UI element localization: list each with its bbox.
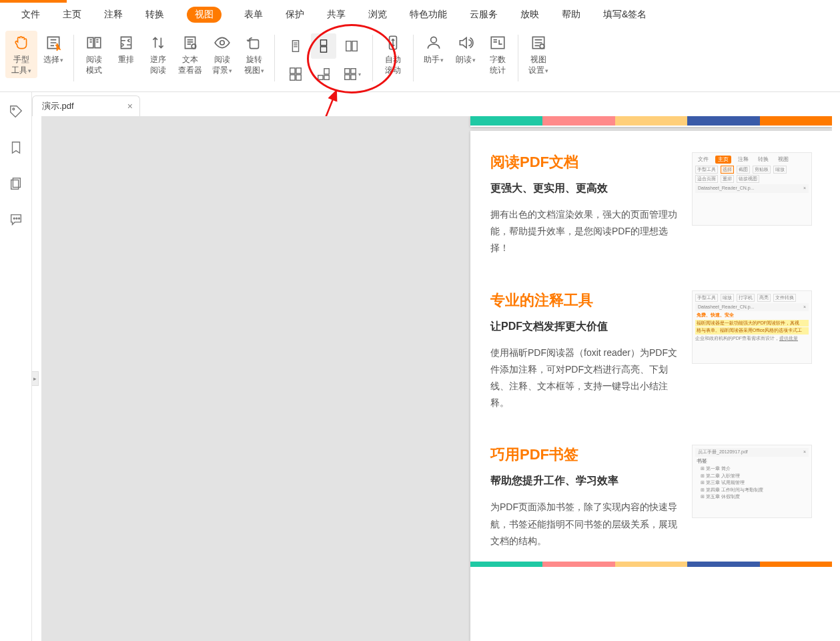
section-body: 拥有出色的文档渲染效果，强大的页面管理功能，帮助提升效率，是您阅读PDF的理想选…	[490, 206, 680, 257]
document-viewport[interactable]: 阅读PDF文档 更强大、更实用、更高效 拥有出色的文档渲染效果，强大的页面管理功…	[41, 116, 832, 641]
svg-point-25	[12, 108, 14, 110]
reverse-icon	[149, 33, 167, 52]
read-bg-button[interactable]: 阅读背景	[206, 31, 238, 78]
menu-form[interactable]: 表单	[244, 9, 263, 21]
scroll-icon	[384, 33, 402, 52]
expand-sidebar-handle[interactable]: ▸	[32, 371, 39, 386]
tab-bar: 演示.pdf ×	[32, 92, 140, 116]
settings-icon	[529, 33, 548, 52]
word-count-button[interactable]: 字数统计	[482, 31, 514, 78]
svg-rect-2	[250, 40, 259, 49]
menu-home[interactable]: 主页	[63, 9, 81, 21]
section-subtitle: 帮助您提升工作、学习效率	[490, 474, 680, 488]
layout-continuous-button[interactable]	[311, 33, 336, 59]
svg-rect-6	[346, 41, 351, 51]
tag-icon[interactable]	[9, 104, 23, 119]
svg-point-29	[16, 218, 17, 219]
section-subtitle: 让PDF文档发挥更大价值	[490, 320, 680, 334]
menu-bar: 文件 主页 注释 转换 视图 表单 保护 共享 浏览 特色功能 云服务 放映 帮…	[0, 3, 840, 27]
svg-rect-18	[350, 75, 355, 79]
layout-facing-button[interactable]	[339, 33, 364, 59]
menu-cloud[interactable]: 云服务	[470, 9, 498, 21]
menu-browse[interactable]: 浏览	[368, 9, 387, 21]
bookmark-icon[interactable]	[9, 140, 23, 155]
menu-features[interactable]: 特色功能	[410, 9, 447, 21]
svg-point-28	[13, 218, 15, 219]
pdf-page: 阅读PDF文档 更强大、更实用、更高效 拥有出色的文档渲染效果，强大的页面管理功…	[470, 131, 832, 641]
auto-scroll-button[interactable]: 自动滚动	[377, 31, 409, 78]
section-title: 巧用PDF书签	[490, 445, 680, 465]
section-title: 专业的注释工具	[490, 290, 680, 310]
svg-rect-17	[344, 75, 349, 79]
svg-rect-4	[320, 40, 326, 45]
svg-rect-12	[324, 69, 329, 74]
left-sidebar	[0, 92, 32, 641]
select-icon	[44, 33, 63, 52]
assistant-button[interactable]: 助手	[418, 31, 450, 68]
svg-rect-3	[292, 41, 298, 52]
speaker-icon	[456, 33, 475, 52]
section-body: 为PDF页面添加书签，除了实现内容的快速导航，书签还能指明不同书签的层级关系，展…	[490, 499, 680, 550]
menu-share[interactable]: 共享	[327, 9, 346, 21]
svg-point-23	[540, 44, 544, 49]
menu-protect[interactable]: 保护	[286, 9, 304, 21]
svg-rect-15	[344, 69, 349, 73]
section-image: 手型工具缩放打字机高亮文件转换 Datasheet_Reader_CN.p...…	[692, 290, 812, 364]
layout-continuous-facing-button[interactable]	[283, 61, 308, 87]
svg-rect-11	[296, 75, 301, 80]
document-tab[interactable]: 演示.pdf ×	[32, 95, 140, 116]
comments-icon[interactable]	[9, 212, 23, 227]
section-subtitle: 更强大、更实用、更高效	[490, 182, 680, 196]
ribbon: 手型工具 选择 阅读模式 重排 逆序阅读 文本查看器 阅读背景 旋转视图 ▾	[0, 27, 840, 92]
svg-point-20	[431, 37, 437, 43]
read-mode-button[interactable]: 阅读模式	[78, 31, 110, 78]
text-viewer-icon	[181, 33, 199, 52]
menu-view[interactable]: 视图	[187, 7, 222, 23]
close-tab-button[interactable]: ×	[127, 101, 133, 112]
section-image: 员工手册_20120917.pdf× 书签 ⊞ 第一章 简介 ⊞ 第二章 入职管…	[692, 445, 812, 518]
reflow-button[interactable]: 重排	[110, 31, 142, 68]
section-body: 使用福昕PDF阅读器（foxit reader）为PDF文件添加注释，可对PDF…	[490, 345, 680, 412]
layout-cover-button[interactable]	[311, 61, 336, 87]
layout-split-button[interactable]: ▾	[339, 61, 364, 87]
page-layout-grid: ▾	[279, 31, 368, 89]
layout-single-button[interactable]	[283, 33, 308, 59]
word-count-icon	[488, 33, 507, 52]
menu-file[interactable]: 文件	[21, 9, 40, 21]
menu-help[interactable]: 帮助	[562, 9, 580, 21]
section-title: 阅读PDF文档	[490, 152, 680, 172]
svg-rect-13	[318, 75, 323, 79]
book-icon	[85, 33, 103, 52]
svg-point-1	[220, 41, 225, 45]
menu-comment[interactable]: 注释	[104, 9, 123, 21]
hand-tool-button[interactable]: 手型工具	[5, 31, 37, 78]
read-aloud-button[interactable]: 朗读	[450, 31, 482, 68]
eye-icon	[213, 33, 232, 52]
tab-title: 演示.pdf	[42, 100, 74, 112]
pdf-page	[470, 116, 832, 127]
hand-icon	[12, 33, 31, 52]
pages-icon[interactable]	[9, 176, 23, 191]
menu-present[interactable]: 放映	[520, 9, 539, 21]
rotate-icon	[245, 33, 264, 52]
svg-rect-9	[296, 68, 301, 73]
menu-fillsign[interactable]: 填写&签名	[603, 9, 647, 21]
svg-rect-10	[290, 75, 295, 80]
rotate-view-button[interactable]: 旋转视图	[238, 31, 270, 78]
svg-rect-16	[350, 69, 355, 73]
svg-rect-8	[290, 68, 295, 73]
svg-rect-14	[324, 75, 329, 79]
assistant-icon	[424, 33, 443, 52]
svg-rect-21	[491, 37, 504, 48]
reflow-icon	[117, 33, 135, 52]
svg-point-30	[18, 218, 19, 219]
select-button[interactable]: 选择	[37, 31, 69, 68]
reverse-read-button[interactable]: 逆序阅读	[142, 31, 174, 78]
svg-rect-5	[320, 47, 326, 52]
section-image: 文件主页注释转换视图 手型工具选择截图剪贴板缩放 适合页面重排链接视图 Data…	[692, 152, 812, 226]
view-settings-button[interactable]: 视图设置	[522, 31, 554, 78]
svg-rect-7	[352, 41, 357, 51]
menu-convert[interactable]: 转换	[145, 9, 164, 21]
text-viewer-button[interactable]: 文本查看器	[174, 31, 206, 78]
